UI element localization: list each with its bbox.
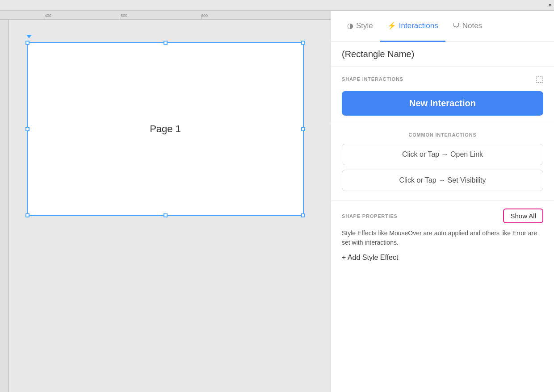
properties-description: Style Effects like MouseOver are auto ap… <box>342 229 543 247</box>
tab-notes-label: Notes <box>462 21 482 30</box>
shape-properties-header: SHAPE PROPERTIES Show All <box>342 209 543 223</box>
common-interactions-section: COMMON INTERACTIONS Click or Tap → Open … <box>331 123 554 200</box>
ruler-horizontal: 400 500 600 <box>0 11 331 20</box>
handle-top-left[interactable] <box>25 41 29 45</box>
handle-middle-left[interactable] <box>25 127 29 131</box>
show-all-button[interactable]: Show All <box>503 209 543 223</box>
canvas-body: Page 1 <box>0 20 331 392</box>
shape-interactions-section: SHAPE INTERACTIONS ⬚ New Interaction <box>331 67 554 123</box>
ruler-tick-400: 400 <box>45 13 51 18</box>
tab-notes[interactable]: 🗨 Notes <box>445 11 489 42</box>
handle-top-right[interactable] <box>301 41 305 45</box>
shape-name: (Rectangle Name) <box>331 42 554 67</box>
canvas-area: 400 500 600 <box>0 11 331 392</box>
handle-bottom-right[interactable] <box>301 213 305 217</box>
shape-properties-title: SHAPE PROPERTIES <box>342 213 398 219</box>
new-interaction-button[interactable]: New Interaction <box>342 91 543 116</box>
add-style-effect-button[interactable]: + Add Style Effect <box>342 254 543 262</box>
main-area: 400 500 600 <box>0 11 554 392</box>
ruler-tick-500: 500 <box>121 13 127 18</box>
tab-style-label: Style <box>356 21 373 30</box>
panel-content: (Rectangle Name) SHAPE INTERACTIONS ⬚ Ne… <box>331 42 554 392</box>
top-ruler-bar: ▼ <box>0 0 554 11</box>
interactions-icon: ⚡ <box>387 21 396 30</box>
handle-bottom-middle[interactable] <box>164 213 168 217</box>
dropdown-arrow-icon[interactable]: ▼ <box>548 3 552 8</box>
open-link-button[interactable]: Click or Tap → Open Link <box>342 144 543 165</box>
canvas-viewport: Page 1 <box>9 20 331 392</box>
style-icon: ◑ <box>347 21 353 30</box>
shape-interactions-title: SHAPE INTERACTIONS <box>342 76 403 82</box>
handle-middle-right[interactable] <box>301 127 305 131</box>
shape-interactions-header: SHAPE INTERACTIONS ⬚ <box>342 74 543 84</box>
common-interactions-title: COMMON INTERACTIONS <box>342 132 543 138</box>
ruler-tick-600: 600 <box>201 13 208 18</box>
tab-interactions-label: Interactions <box>399 21 438 30</box>
handle-top-middle[interactable] <box>164 41 168 45</box>
page-label: Page 1 <box>150 123 181 135</box>
shape-properties-section: SHAPE PROPERTIES Show All Style Effects … <box>331 200 554 270</box>
handle-bottom-left[interactable] <box>25 213 29 217</box>
ruler-line-400 <box>45 17 45 19</box>
tab-style[interactable]: ◑ Style <box>340 11 380 42</box>
notes-icon: 🗨 <box>453 22 460 30</box>
ruler-line-600 <box>201 17 201 19</box>
tabs-bar: ◑ Style ⚡ Interactions 🗨 Notes <box>331 11 554 42</box>
tab-interactions[interactable]: ⚡ Interactions <box>380 11 445 42</box>
right-panel: ◑ Style ⚡ Interactions 🗨 Notes (Rectangl… <box>331 11 554 392</box>
canvas-left-ruler <box>0 20 9 392</box>
page-frame[interactable]: Page 1 <box>27 42 304 216</box>
set-visibility-button[interactable]: Click or Tap → Set Visibility <box>342 170 543 191</box>
top-indicator <box>26 35 32 38</box>
external-link-icon[interactable]: ⬚ <box>536 74 543 84</box>
ruler-line-500 <box>121 17 121 19</box>
